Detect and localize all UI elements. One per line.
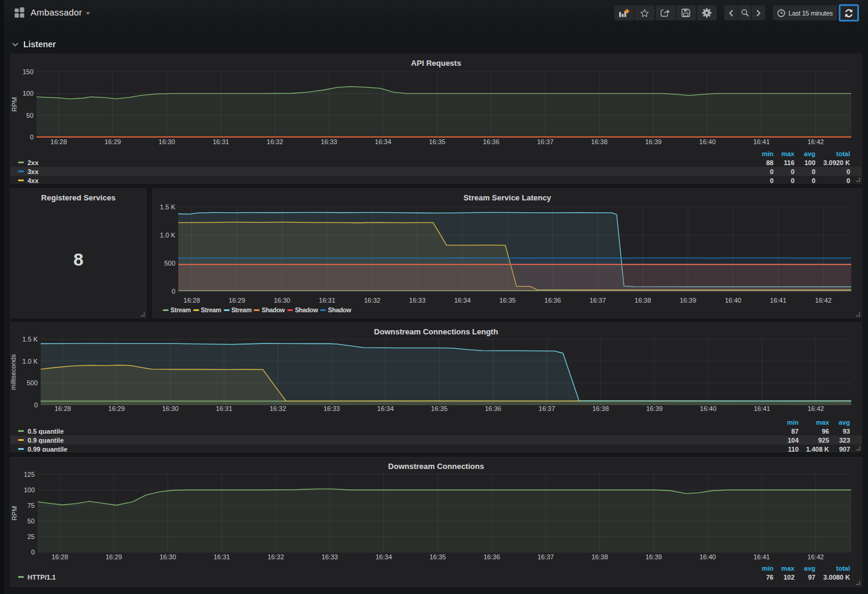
y-tick-label: 0 — [172, 288, 175, 295]
legend-row-2xx: 2xx881161003.0920 K — [11, 158, 861, 167]
legend-value: 110 — [775, 446, 799, 453]
share-button[interactable] — [656, 5, 675, 20]
y-tick-label: 150 — [23, 68, 33, 75]
legend-value: 88 — [748, 159, 773, 166]
x-tick-label: 16:28 — [54, 405, 71, 412]
nav-left: Ambassador — [14, 0, 90, 25]
legend-series-label[interactable]: 0.5 quantile — [18, 428, 64, 435]
panel-resize-handle[interactable] — [856, 446, 860, 450]
x-tick-label: 16:41 — [753, 138, 770, 145]
legend-value: 323 — [829, 437, 850, 444]
dashboard-grid-icon[interactable] — [14, 7, 25, 18]
x-tick-label: 16:32 — [267, 553, 284, 561]
x-tick-label: 16:38 — [635, 297, 651, 304]
legend-header[interactable]: avg — [794, 150, 815, 157]
x-tick-label: 16:33 — [409, 297, 426, 304]
legend-header[interactable]: min — [748, 565, 773, 572]
legend-header[interactable]: min — [748, 150, 773, 157]
x-tick-label: 16:40 — [725, 297, 742, 304]
legend-series-color-icon[interactable] — [18, 576, 24, 578]
y-tick-label: 125 — [24, 471, 35, 478]
legend-header[interactable]: avg — [794, 565, 815, 572]
stream-latency-chart[interactable]: 05001.0 K1.5 K16:2816:2916:3016:3116:321… — [153, 189, 861, 318]
legend-item-Stream[interactable]: Stream — [193, 306, 221, 313]
legend-item-Shadow[interactable]: Shadow — [320, 306, 351, 313]
row-listener-header[interactable]: Listener — [12, 37, 56, 51]
x-tick-label: 16:33 — [321, 138, 337, 145]
panel-resize-handle[interactable] — [856, 312, 860, 316]
x-tick-label: 16:42 — [808, 405, 824, 412]
x-tick-label: 16:40 — [700, 405, 717, 412]
legend-header[interactable]: max — [773, 565, 794, 572]
legend-item-Shadow[interactable]: Shadow — [287, 306, 318, 313]
panel-title[interactable]: API Requests — [11, 59, 861, 68]
legend-value: 96 — [799, 428, 829, 435]
legend-series-color-icon[interactable] — [18, 430, 24, 432]
legend-header[interactable]: max — [773, 150, 794, 157]
legend-value: 0 — [773, 177, 794, 184]
save-button[interactable] — [676, 5, 696, 20]
settings-button[interactable] — [697, 5, 717, 20]
zoom-out-button[interactable] — [738, 5, 751, 20]
x-tick-label: 16:35 — [500, 297, 516, 304]
x-tick-label: 16:42 — [815, 297, 832, 304]
time-back-button[interactable] — [724, 5, 738, 20]
legend-series-label: Stream — [170, 306, 191, 313]
legend-series-color-icon — [224, 309, 230, 311]
y-axis-label: milliseconds — [11, 354, 17, 390]
y-tick-label: 500 — [27, 379, 38, 386]
y-tick-label: 1.5 K — [22, 336, 38, 343]
legend-header[interactable]: min — [775, 419, 799, 426]
legend-header[interactable]: total — [815, 565, 850, 572]
panel-title[interactable]: Registered Services — [11, 193, 146, 202]
panel-title[interactable]: Downstream Connections — [11, 462, 861, 471]
panel-resize-handle[interactable] — [856, 581, 860, 585]
legend-series-color-icon[interactable] — [18, 179, 24, 181]
legend-series-label[interactable]: 2xx — [18, 159, 38, 166]
x-tick-label: 16:29 — [229, 297, 245, 304]
add-panel-button[interactable] — [614, 5, 634, 20]
x-tick-label: 16:42 — [808, 553, 824, 561]
chevron-left-icon — [729, 10, 733, 17]
legend-series-color-icon[interactable] — [18, 170, 24, 172]
panel-title[interactable]: Stream Service Latency — [153, 193, 861, 202]
legend-series-label[interactable]: 3xx — [18, 168, 38, 175]
panel-resize-handle[interactable] — [141, 312, 145, 316]
legend-series-label[interactable]: 0.9 quantile — [18, 437, 64, 444]
panel-registered-services: Registered Services 8 — [10, 188, 147, 318]
x-tick-label: 16:33 — [324, 405, 340, 412]
y-axis-label: RPM — [11, 506, 18, 520]
y-axis-label: RPM — [11, 97, 18, 111]
legend-item-Shadow[interactable]: Shadow — [254, 306, 284, 313]
time-forward-button[interactable] — [752, 5, 765, 20]
legend-header[interactable]: max — [799, 419, 829, 426]
legend-value: 0 — [748, 168, 773, 175]
legend-value: 0 — [748, 177, 773, 184]
panel-resize-handle[interactable] — [856, 178, 860, 182]
legend-item-Stream[interactable]: Stream — [163, 306, 191, 313]
legend-series-label: Stream — [201, 306, 221, 313]
refresh-icon — [845, 9, 853, 17]
legend-series-label[interactable]: 0.99 quantile — [18, 446, 68, 453]
legend-header[interactable]: avg — [829, 419, 850, 426]
time-range-picker[interactable]: Last 15 minutes — [773, 5, 837, 20]
legend-series-color-icon[interactable] — [18, 448, 24, 450]
legend: minmaxavg0.5 quantile8796930.9 quantile1… — [11, 418, 861, 452]
legend-series-label: Shadow — [328, 306, 351, 313]
x-tick-label: 16:37 — [537, 553, 554, 561]
x-tick-label: 16:35 — [430, 553, 446, 561]
legend-header[interactable]: total — [815, 150, 850, 157]
dashboard-title[interactable]: Ambassador — [31, 7, 90, 17]
star-button[interactable] — [635, 5, 654, 20]
legend-series-color-icon[interactable] — [18, 162, 24, 163]
legend-series-color-icon[interactable] — [18, 439, 24, 441]
legend-row-0.5 quantile: 0.5 quantile879693 — [11, 427, 861, 435]
legend-value: 3.0080 K — [815, 574, 850, 581]
panel-title[interactable]: Downstream Connections Length — [11, 327, 861, 336]
legend-series-label[interactable]: 4xx — [18, 177, 38, 184]
refresh-button[interactable] — [839, 4, 859, 22]
legend-series-label[interactable]: HTTP/1.1 — [18, 574, 56, 581]
x-tick-label: 16:36 — [485, 405, 501, 412]
legend-value: 76 — [748, 574, 773, 581]
legend-item-Stream[interactable]: Stream — [224, 306, 252, 313]
